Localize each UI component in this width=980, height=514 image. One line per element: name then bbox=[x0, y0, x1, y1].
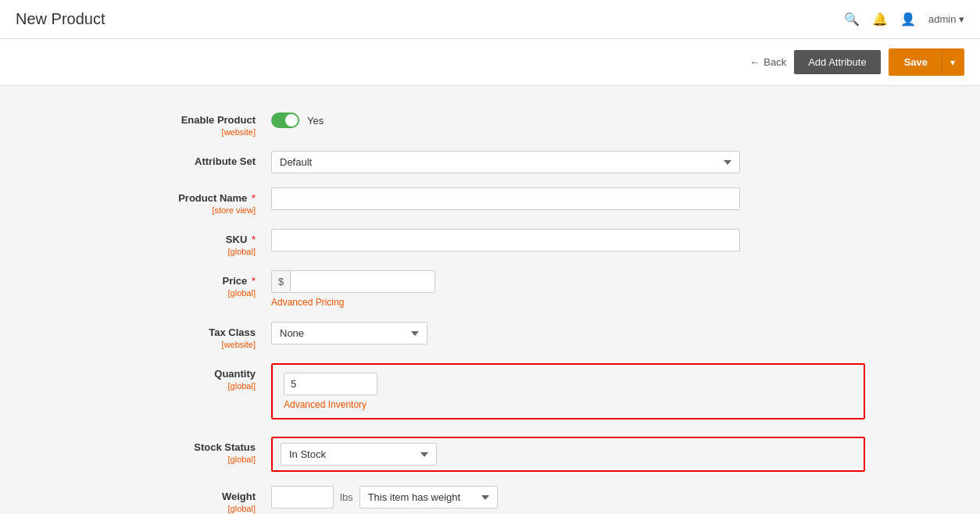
advanced-pricing-link[interactable]: Advanced Pricing bbox=[271, 297, 865, 308]
advanced-inventory-link[interactable]: Advanced Inventory bbox=[284, 399, 853, 410]
quantity-highlighted-section: 5 Advanced Inventory bbox=[271, 363, 865, 419]
tax-class-control: None Taxable Goods bbox=[271, 322, 865, 344]
stock-status-label: Stock Status bbox=[194, 441, 256, 453]
quantity-scope: [global] bbox=[115, 381, 256, 391]
product-name-scope: [store view] bbox=[115, 205, 256, 215]
product-name-label: Product Name bbox=[178, 192, 247, 204]
enable-product-toggle[interactable] bbox=[271, 112, 299, 128]
tax-class-row: Tax Class [website] None Taxable Goods bbox=[115, 322, 865, 349]
attribute-set-control: Default bbox=[271, 151, 865, 173]
attribute-set-label-wrap: Attribute Set bbox=[115, 151, 271, 167]
sku-scope: [global] bbox=[115, 247, 256, 256]
price-label: Price bbox=[223, 275, 248, 287]
weight-scope: [global] bbox=[115, 504, 256, 513]
price-input-wrap: $ bbox=[271, 270, 427, 293]
sku-required: * bbox=[252, 234, 256, 245]
user-icon: 👤 bbox=[900, 12, 916, 27]
enable-product-value: Yes bbox=[307, 115, 324, 127]
stock-select-wrap: In Stock Out of Stock bbox=[281, 443, 437, 466]
stock-status-select[interactable]: In Stock Out of Stock bbox=[281, 443, 437, 466]
product-name-label-wrap: Product Name * [store view] bbox=[115, 187, 271, 215]
enable-product-label-wrap: Enable Product [website] bbox=[115, 109, 271, 137]
weight-label: Weight bbox=[222, 491, 256, 502]
product-name-input[interactable] bbox=[271, 187, 740, 210]
quantity-row: Quantity [global] 5 Advanced Inventory bbox=[115, 363, 865, 423]
weight-type-select[interactable]: This item has weight This item has no we… bbox=[359, 486, 498, 509]
tax-class-label-wrap: Tax Class [website] bbox=[115, 322, 271, 349]
admin-menu[interactable]: admin ▾ bbox=[928, 13, 964, 25]
stock-status-row: Stock Status [global] In Stock Out of St… bbox=[115, 437, 865, 472]
action-bar: ← Back Add Attribute Save ▾ bbox=[0, 39, 980, 86]
top-bar-icons: 🔍 🔔 👤 admin ▾ bbox=[844, 12, 964, 27]
sku-control bbox=[271, 229, 865, 252]
page-title: New Product bbox=[16, 10, 106, 28]
product-name-row: Product Name * [store view] bbox=[115, 187, 865, 215]
save-button-group: Save ▾ bbox=[889, 48, 964, 76]
search-icon[interactable]: 🔍 bbox=[844, 12, 860, 27]
enable-product-row: Enable Product [website] Yes bbox=[115, 109, 865, 137]
stock-status-scope: [global] bbox=[115, 455, 256, 464]
tax-class-scope: [website] bbox=[115, 340, 256, 349]
price-row: Price * [global] $ Advanced Pricing bbox=[115, 270, 865, 308]
stock-status-label-wrap: Stock Status [global] bbox=[115, 437, 271, 464]
enable-product-scope: [website] bbox=[115, 127, 256, 137]
quantity-label-wrap: Quantity [global] bbox=[115, 363, 271, 391]
quantity-control: 5 Advanced Inventory bbox=[271, 363, 865, 423]
price-required: * bbox=[252, 275, 256, 287]
stock-status-highlighted: In Stock Out of Stock bbox=[271, 437, 865, 472]
main-content: Enable Product [website] Yes Attribute S… bbox=[99, 86, 881, 514]
weight-input[interactable] bbox=[271, 486, 334, 509]
attribute-set-row: Attribute Set Default bbox=[115, 151, 865, 173]
attribute-set-select[interactable]: Default bbox=[271, 151, 740, 173]
product-name-control bbox=[271, 187, 865, 210]
sku-label: SKU bbox=[226, 234, 247, 245]
back-label: Back bbox=[764, 56, 786, 68]
top-bar: New Product 🔍 🔔 👤 admin ▾ bbox=[0, 0, 980, 39]
stock-status-control: In Stock Out of Stock bbox=[271, 437, 865, 472]
back-button[interactable]: ← Back bbox=[749, 56, 786, 68]
tax-class-label: Tax Class bbox=[209, 327, 256, 338]
sku-input[interactable] bbox=[271, 229, 740, 252]
tax-class-select[interactable]: None Taxable Goods bbox=[271, 322, 427, 344]
save-button[interactable]: Save bbox=[890, 50, 942, 74]
product-name-required: * bbox=[252, 192, 256, 204]
weight-wrap: lbs This item has weight This item has n… bbox=[271, 486, 865, 509]
weight-label-wrap: Weight [global] bbox=[115, 486, 271, 513]
sku-row: SKU * [global] bbox=[115, 229, 865, 256]
enable-product-label: Enable Product bbox=[181, 114, 256, 126]
weight-control: lbs This item has weight This item has n… bbox=[271, 486, 865, 509]
quantity-input[interactable]: 5 bbox=[284, 373, 377, 395]
back-arrow-icon: ← bbox=[749, 56, 760, 68]
bell-icon[interactable]: 🔔 bbox=[872, 12, 888, 27]
tax-select-wrap: None Taxable Goods bbox=[271, 322, 427, 344]
add-attribute-button[interactable]: Add Attribute bbox=[794, 50, 880, 74]
attribute-set-label: Attribute Set bbox=[195, 155, 256, 167]
weight-row: Weight [global] lbs This item has weight… bbox=[115, 486, 865, 513]
save-dropdown-button[interactable]: ▾ bbox=[942, 50, 963, 74]
price-scope: [global] bbox=[115, 288, 256, 298]
quantity-label: Quantity bbox=[214, 368, 256, 380]
price-label-wrap: Price * [global] bbox=[115, 270, 271, 298]
price-symbol: $ bbox=[271, 270, 290, 293]
sku-label-wrap: SKU * [global] bbox=[115, 229, 271, 256]
weight-unit: lbs bbox=[340, 491, 353, 503]
price-control: $ Advanced Pricing bbox=[271, 270, 865, 308]
price-input[interactable] bbox=[290, 270, 435, 293]
enable-product-control: Yes bbox=[271, 109, 865, 128]
